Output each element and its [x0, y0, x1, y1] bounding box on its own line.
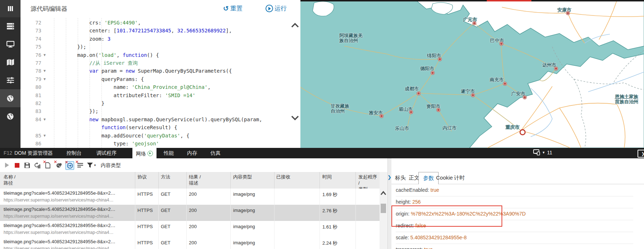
sidebar-item-display[interactable]	[0, 35, 21, 53]
code-line[interactable]: 76▼ map.on('load', function() {	[21, 51, 292, 59]
sidebar-item-map[interactable]	[0, 53, 21, 71]
map-city-label: 德阳市	[420, 66, 434, 71]
import-har-button[interactable]	[33, 161, 41, 169]
param-row: cacheEnabled: true	[396, 184, 633, 196]
code-line[interactable]: 75 });	[21, 43, 292, 51]
column-divider[interactable]	[230, 172, 231, 189]
column-divider[interactable]	[319, 172, 320, 189]
save-button[interactable]	[23, 161, 31, 169]
code-line[interactable]: 81 attributeFilter: 'SMID =14'	[21, 91, 292, 99]
column-header[interactable]: 已接收	[276, 174, 290, 180]
column-header[interactable]: 内容类型	[233, 174, 252, 180]
clear-on-navigate-toggle[interactable]: ✕	[65, 161, 74, 170]
request-time: 1.69 秒	[322, 191, 337, 198]
code-line[interactable]: 84▼ new mapboxgl.supermap.QueryService(u…	[21, 116, 292, 123]
editor-title: 源代码编辑器	[31, 5, 67, 13]
devtools-tab-仿真[interactable]: 仿真	[210, 150, 221, 157]
column-header[interactable]: 名称 / 路径	[4, 174, 15, 186]
sidebar-item-menu[interactable]	[0, 0, 21, 17]
network-request-row[interactable]: tileimage.png?scale=5.4085234291284955e-…	[0, 237, 380, 249]
column-divider[interactable]	[355, 172, 356, 189]
devtools-tab-内存[interactable]: 内存	[187, 150, 197, 157]
column-divider	[230, 237, 231, 249]
network-table-scrollbar[interactable]	[380, 172, 387, 249]
clear-x-badge: ✕	[65, 160, 68, 165]
reset-button[interactable]: ↺ 重置	[223, 4, 242, 13]
code-line[interactable]: 79▼ queryParams: {	[21, 75, 292, 83]
map-view[interactable]: 安康市广元市阿坝藏族羌 族自治州巴中市绵阳市达州市德阳市南充市成都市遂宁市广安市…	[300, 0, 644, 148]
sidebar-item-globe-active[interactable]	[0, 89, 21, 107]
map-city-marker	[438, 58, 441, 61]
code-line[interactable]: 78▼ var param = new SuperMap.QueryBySQLP…	[21, 67, 292, 75]
code-line[interactable]: 73 center: [101.74721254733845, 32.56653…	[21, 27, 292, 35]
resume-button[interactable]	[3, 161, 11, 169]
column-divider[interactable]	[158, 172, 159, 189]
code-editor[interactable]: 72 crs: 'EPSG:4490',73 center: [101.7472…	[21, 18, 292, 148]
column-divider[interactable]	[186, 172, 187, 189]
column-header[interactable]: 时间	[322, 174, 332, 180]
request-detail-panel: 标头正文参数Cookie计时 cacheEnabled: trueheight:…	[391, 158, 644, 249]
detail-tab-计时[interactable]: 计时	[454, 175, 465, 181]
params-list: cacheEnabled: trueheight: 256origin: %7B…	[391, 184, 644, 249]
scroll-up-icon[interactable]	[380, 191, 386, 195]
devtools-tab-性能[interactable]: 性能	[164, 150, 174, 157]
code-line[interactable]: 85▼ map.addSource('queryDatas', {	[21, 132, 292, 140]
column-header[interactable]: 结果 / 描述	[189, 174, 201, 186]
line-number: 77	[21, 59, 41, 67]
detail-tab-标头[interactable]: 标头	[395, 175, 406, 181]
dock-side-icon[interactable]: ❯	[638, 150, 644, 158]
code-line[interactable]: 74 zoom: 3	[21, 35, 292, 43]
editor-scrollbar[interactable]	[272, 18, 300, 148]
network-request-row[interactable]: tileimage.png?scale=5.4085234291284955e-…	[0, 189, 380, 205]
line-number: 81	[21, 91, 41, 99]
column-header[interactable]: 方法	[161, 174, 170, 180]
param-value: 256	[412, 199, 421, 205]
devtools-tab-网络[interactable]: 网络	[132, 148, 157, 158]
clear-cache-button[interactable]: ✕	[55, 161, 63, 169]
scrollbar-thumb[interactable]	[381, 204, 386, 213]
code-line[interactable]: 83 });	[21, 107, 292, 115]
column-header[interactable]: 协议	[137, 174, 147, 180]
detail-tab-参数[interactable]: 参数	[418, 172, 439, 184]
detail-tab-正文[interactable]: 正文	[409, 175, 419, 181]
network-table-header[interactable]: 名称 / 路径协议方法结果 / 描述内容类型已接收时间发起程序 / 类型	[0, 172, 380, 189]
fold-arrow-icon[interactable]: ▼	[44, 67, 49, 75]
stop-recording-button[interactable]	[13, 161, 21, 169]
scroll-up-icon[interactable]	[291, 22, 299, 28]
devtools-tab-调试程序[interactable]: 调试程序	[96, 150, 117, 157]
column-divider[interactable]	[274, 172, 275, 189]
code-line[interactable]: 82 }	[21, 99, 292, 107]
fold-arrow-icon[interactable]: ▼	[44, 51, 49, 59]
code-line[interactable]: 72 crs: 'EPSG:4490',	[21, 19, 292, 27]
scroll-down-icon[interactable]	[291, 115, 299, 121]
devtools-tab-DOM 资源管理器[interactable]: DOM 资源管理器	[14, 150, 53, 157]
clear-list-button[interactable]: ✕	[76, 161, 84, 169]
sidebar-item-globe-2[interactable]	[0, 107, 21, 125]
column-divider[interactable]	[135, 172, 135, 189]
filter-button[interactable]: ▼	[86, 161, 97, 169]
network-request-row[interactable]: tileimage.png?scale=5.4085234291284955e-…	[0, 221, 380, 237]
column-divider	[186, 189, 187, 205]
devtools-tab-控制台[interactable]: 控制台	[67, 150, 82, 157]
request-url: https://iserver.supermap.io/iserver/serv…	[4, 198, 132, 203]
clear-entries-button[interactable]: ✕	[44, 161, 52, 169]
param-row: height: 256	[396, 196, 633, 208]
device-indicator[interactable]: ▼ 11	[533, 149, 552, 155]
code-line[interactable]: 77 //从 iServer 查询	[21, 59, 292, 67]
line-number: 84	[21, 116, 41, 123]
run-button[interactable]: 运行	[266, 4, 287, 13]
expand-panel-icon[interactable]: ❯	[387, 175, 391, 180]
code-text: });	[53, 43, 86, 51]
fold-arrow-icon[interactable]: ▼	[44, 132, 49, 140]
fold-arrow-icon[interactable]: ▼	[44, 116, 49, 123]
code-line[interactable]: function(serviceResult) {	[21, 123, 292, 131]
network-request-row[interactable]: tileimage.png?scale=5.4085234291284955e-…	[0, 205, 380, 221]
code-line[interactable]: 80 name: 'China_Province_pl@China',	[21, 83, 292, 91]
code-line[interactable]: 86 type: 'geojson'	[21, 140, 292, 148]
sidebar-item-settings[interactable]	[0, 71, 21, 89]
sidebar-item-servers[interactable]	[0, 17, 21, 35]
map-city-marker	[473, 22, 476, 25]
content-type-label[interactable]: 内容类型	[101, 162, 121, 169]
fold-arrow-icon[interactable]: ▼	[44, 75, 49, 83]
detail-tab-Cookie[interactable]: Cookie	[436, 175, 453, 181]
